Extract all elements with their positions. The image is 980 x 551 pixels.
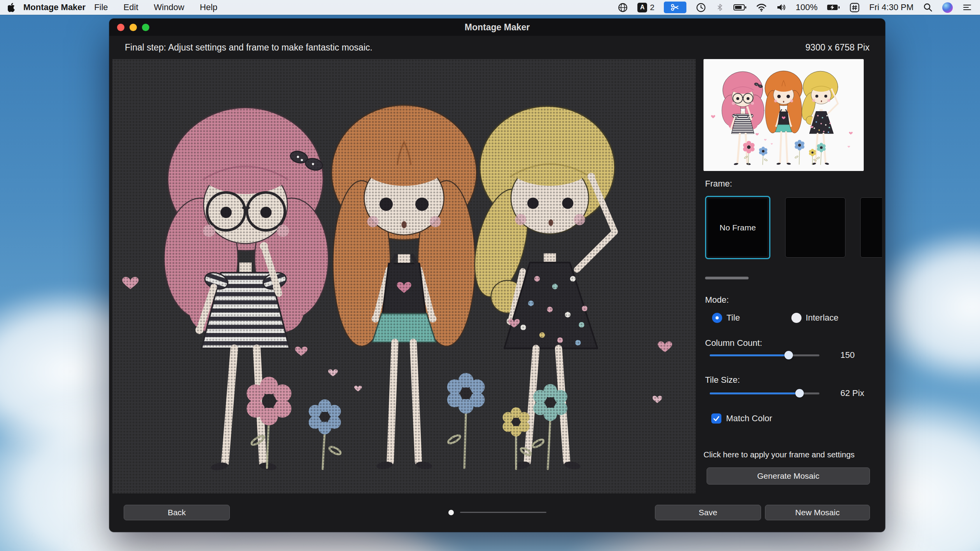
scrubber-dot[interactable] xyxy=(448,510,454,515)
menu-edit[interactable]: Edit xyxy=(124,2,138,12)
column-count-value: 150 xyxy=(840,350,855,360)
frame-label: Frame: xyxy=(705,179,732,189)
mode-radio-interlace[interactable]: Interlace xyxy=(791,313,838,323)
back-button[interactable]: Back xyxy=(124,505,230,520)
mode-tile-label: Tile xyxy=(726,313,740,323)
mode-interlace-label: Interlace xyxy=(806,313,838,323)
frame-option-3[interactable] xyxy=(860,197,882,258)
scrubber-track xyxy=(460,512,546,513)
menu-clock[interactable]: Fri 4:30 PM xyxy=(869,2,914,12)
save-button[interactable]: Save xyxy=(655,505,761,520)
search-icon[interactable] xyxy=(923,2,933,13)
menu-file[interactable]: File xyxy=(94,2,108,12)
image-size-label: 9300 x 6758 Pix xyxy=(805,42,870,53)
tile-size-slider[interactable] xyxy=(710,388,819,399)
checkbox-checked-icon[interactable] xyxy=(711,413,721,424)
new-mosaic-button[interactable]: New Mosaic xyxy=(765,505,870,520)
mode-options: Tile Interlace xyxy=(712,313,838,323)
volume-icon[interactable] xyxy=(776,2,786,13)
input-source-icon[interactable]: A 2 xyxy=(637,3,654,12)
apply-hint: Click here to apply your frame and setti… xyxy=(704,450,880,459)
radio-unselected-icon[interactable] xyxy=(791,313,802,323)
battery-charging-icon[interactable] xyxy=(827,2,840,13)
notification-center-icon[interactable] xyxy=(962,2,972,13)
siri-icon[interactable] xyxy=(942,2,953,13)
radio-selected-icon[interactable] xyxy=(712,313,722,323)
match-color-label: Match Color xyxy=(726,413,772,424)
menu-bar: Montage Maker File Edit Window Help A 2 xyxy=(0,0,980,15)
generate-mosaic-button[interactable]: Generate Mosaic xyxy=(707,467,870,485)
globe-icon[interactable] xyxy=(618,2,628,13)
battery-percent-label: 100% xyxy=(796,2,817,12)
window-titlebar[interactable]: Montage Maker xyxy=(109,19,885,36)
frame-list: No Frame xyxy=(705,196,882,260)
close-button[interactable] xyxy=(117,24,124,31)
match-color-checkbox[interactable]: Match Color xyxy=(711,413,772,424)
mode-label: Mode: xyxy=(705,295,729,305)
input-source-letter: A xyxy=(637,3,647,12)
bluetooth-icon[interactable] xyxy=(716,2,724,13)
keypad-icon[interactable] xyxy=(849,2,860,13)
no-frame-label: No Frame xyxy=(719,223,756,232)
input-source-count: 2 xyxy=(650,3,654,12)
tile-size-label: Tile Size: xyxy=(705,375,740,385)
column-count-slider[interactable] xyxy=(710,350,819,361)
instruction-text: Final step: Adjust settings and frame to… xyxy=(125,42,373,53)
scissors-menu-icon[interactable] xyxy=(664,2,686,13)
traffic-lights xyxy=(117,19,149,36)
recent-items-clock-icon[interactable] xyxy=(696,2,706,13)
mosaic-preview xyxy=(112,59,696,493)
source-image-thumbnail xyxy=(704,59,864,171)
frame-option-2[interactable] xyxy=(785,197,845,258)
battery-icon[interactable] xyxy=(733,2,747,13)
tile-size-slider-knob[interactable] xyxy=(795,389,804,398)
apple-menu-icon[interactable] xyxy=(8,2,16,13)
menu-window[interactable]: Window xyxy=(154,2,184,12)
wifi-icon[interactable] xyxy=(756,2,767,13)
frame-scrollbar[interactable] xyxy=(705,277,749,279)
zoom-scrubber[interactable] xyxy=(448,507,550,518)
column-count-label: Column Count: xyxy=(705,338,762,348)
app-window: Montage Maker Final step: Adjust setting… xyxy=(109,19,885,532)
mosaic-preview-image xyxy=(112,59,696,493)
mode-radio-tile[interactable]: Tile xyxy=(712,313,740,323)
frame-option-no-frame[interactable]: No Frame xyxy=(705,196,770,259)
menu-help[interactable]: Help xyxy=(200,2,217,12)
column-count-slider-knob[interactable] xyxy=(784,351,793,359)
tile-size-value: 62 Pix xyxy=(840,388,864,398)
menu-app-name[interactable]: Montage Maker xyxy=(23,2,86,12)
window-title: Montage Maker xyxy=(109,22,885,33)
zoom-button[interactable] xyxy=(142,24,149,31)
settings-sidebar: Frame: No Frame Mode: Tile Interlace xyxy=(702,59,882,493)
minimize-button[interactable] xyxy=(130,24,137,31)
